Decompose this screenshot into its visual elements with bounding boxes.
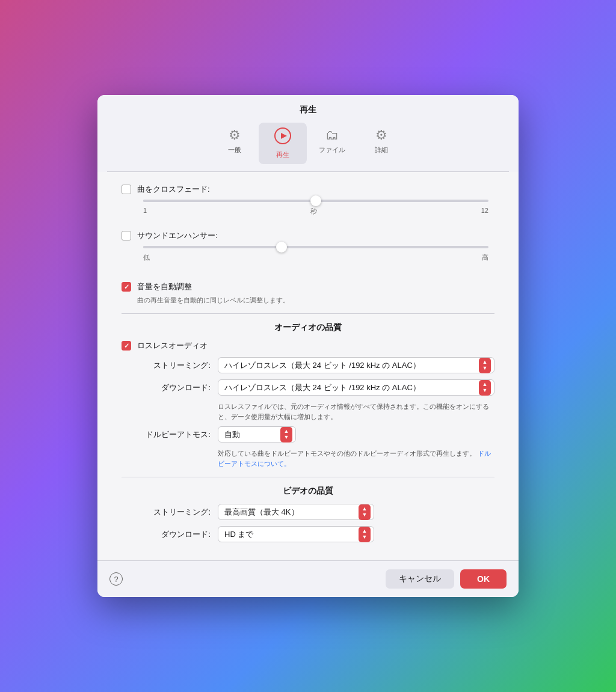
audio-streaming-label: ストリーミング: <box>122 360 218 371</box>
ok-button[interactable]: OK <box>460 569 507 589</box>
audio-download-label: ダウンロード: <box>122 382 218 393</box>
tab-playback-label: 再生 <box>276 150 289 159</box>
tab-files-label: ファイル <box>319 145 345 155</box>
lossless-checkbox[interactable] <box>122 341 131 351</box>
audio-divider <box>122 313 494 314</box>
dolby-stepper[interactable]: ▲ ▼ <box>280 427 292 442</box>
audio-download-stepper[interactable]: ▲ ▼ <box>479 380 491 396</box>
sound-enhancer-slider-track[interactable] <box>143 246 488 248</box>
video-streaming-row: ストリーミング: 最高画質（最大 4K） ▲ ▼ <box>122 504 494 520</box>
audio-download-select[interactable]: ハイレゾロスレス（最大 24 ビット /192 kHz の ALAC） <box>218 379 494 396</box>
video-dl-arrow-up: ▲ <box>362 528 368 534</box>
arrow-up-icon2: ▲ <box>482 382 488 387</box>
audio-download-select-wrapper: ハイレゾロスレス（最大 24 ビット /192 kHz の ALAC） ▲ ▼ <box>218 379 494 396</box>
video-quality-section: ビデオの品質 ストリーミング: 最高画質（最大 4K） ▲ ▼ ダウンロード: <box>122 486 494 542</box>
video-download-stepper[interactable]: ▲ ▼ <box>359 527 371 542</box>
sound-enhancer-slider-wrap: 低 高 <box>143 246 488 272</box>
dialog-footer: ? キャンセル OK <box>97 560 519 597</box>
svg-marker-1 <box>281 133 287 139</box>
video-download-select-wrapper: HD まで ▲ ▼ <box>218 526 374 542</box>
dolby-label: ドルビーアトモス: <box>122 429 218 440</box>
sound-enhancer-slider-thumb[interactable] <box>276 242 287 253</box>
audio-streaming-row: ストリーミング: ハイレゾロスレス（最大 24 ビット /192 kHz の A… <box>122 357 494 373</box>
dolby-row: ドルビーアトモス: 自動 ▲ ▼ <box>122 426 494 442</box>
crossfade-checkbox[interactable] <box>122 185 131 194</box>
content-area: 曲をクロスフェード: 1 秒 12 <box>97 172 519 560</box>
audio-streaming-select[interactable]: ハイレゾロスレス（最大 24 ビット /192 kHz の ALAC） <box>218 357 494 373</box>
dolby-select-wrapper: 自動 ▲ ▼ <box>218 426 296 442</box>
sound-enhancer-slider-labels: 低 高 <box>143 253 488 262</box>
tab-advanced-label: 詳細 <box>375 145 388 155</box>
tab-advanced[interactable]: ⚙︎ 詳細 <box>357 123 405 164</box>
crossfade-row: 曲をクロスフェード: <box>122 184 494 195</box>
video-streaming-stepper[interactable]: ▲ ▼ <box>359 504 371 520</box>
play-icon <box>274 127 291 148</box>
auto-volume-section: 音量を自動調整 曲の再生音量を自動的に同じレベルに調整します。 <box>122 279 494 305</box>
arrow-down-icon2: ▼ <box>482 388 488 393</box>
cancel-button[interactable]: キャンセル <box>386 569 454 589</box>
video-dl-arrow-down: ▼ <box>362 534 368 540</box>
video-divider <box>122 477 494 477</box>
tabs-container: ⚙ 一般 再生 🗂 ファイル ⚙︎ 詳細 <box>97 120 519 171</box>
audio-quality-section: オーディオの品質 ロスレスオーディオ ストリーミング: ハイレゾロスレス（最大 … <box>122 322 494 468</box>
video-streaming-label: ストリーミング: <box>122 507 218 518</box>
lossless-label: ロスレスオーディオ <box>137 340 208 351</box>
sound-enhancer-slider-fill <box>143 246 282 248</box>
video-streaming-select[interactable]: 最高画質（最大 4K） <box>218 504 374 520</box>
auto-volume-label: 音量を自動調整 <box>137 281 192 292</box>
video-download-label: ダウンロード: <box>122 529 218 540</box>
sound-enhancer-slider-container: 低 高 <box>137 246 494 272</box>
folder-icon: 🗂 <box>325 127 339 143</box>
crossfade-min-label: 1 <box>143 207 147 216</box>
arrow-up-icon: ▲ <box>482 360 488 365</box>
video-quality-title: ビデオの品質 <box>122 486 494 497</box>
sound-enhancer-checkbox[interactable] <box>122 231 131 240</box>
auto-volume-row: 音量を自動調整 <box>122 281 494 292</box>
tab-general[interactable]: ⚙ 一般 <box>211 123 259 164</box>
audio-quality-title: オーディオの品質 <box>122 322 494 333</box>
tab-files[interactable]: 🗂 ファイル <box>307 123 357 164</box>
crossfade-max-label: 12 <box>481 207 488 216</box>
detail-gear-icon: ⚙︎ <box>375 127 387 143</box>
crossfade-label: 曲をクロスフェード: <box>137 184 210 195</box>
dolby-description: 対応している曲をドルビーアトモスやその他のドルビーオーディオ形式で再生します。 … <box>218 449 494 468</box>
dolby-arrow-up-icon: ▲ <box>284 429 289 434</box>
video-stream-arrow-up: ▲ <box>362 506 368 512</box>
audio-streaming-select-wrapper: ハイレゾロスレス（最大 24 ビット /192 kHz の ALAC） ▲ ▼ <box>218 357 494 373</box>
lossless-row: ロスレスオーディオ <box>122 340 494 351</box>
video-download-select[interactable]: HD まで <box>218 526 374 542</box>
tab-playback[interactable]: 再生 <box>259 123 307 164</box>
footer-buttons: キャンセル OK <box>386 569 507 589</box>
crossfade-slider-thumb[interactable] <box>310 195 321 206</box>
video-streaming-select-wrapper: 最高画質（最大 4K） ▲ ▼ <box>218 504 374 520</box>
crossfade-slider-track[interactable] <box>143 200 488 202</box>
lossless-description: ロスレスファイルでは、元のオーディオ情報がすべて保持されます。この機能をオンにす… <box>218 402 494 421</box>
gear-icon: ⚙ <box>229 127 241 143</box>
dialog-title: 再生 <box>97 95 519 120</box>
audio-streaming-stepper[interactable]: ▲ ▼ <box>479 358 491 373</box>
settings-dialog: 再生 ⚙ 一般 再生 🗂 ファイル ⚙︎ 詳細 <box>97 95 519 597</box>
sound-enhancer-high-label: 高 <box>482 253 488 262</box>
arrow-down-icon: ▼ <box>482 366 488 371</box>
crossfade-mid-label: 秒 <box>310 207 317 216</box>
crossfade-slider-labels: 1 秒 12 <box>143 207 488 216</box>
crossfade-section: 曲をクロスフェード: 1 秒 12 <box>122 184 494 225</box>
help-button[interactable]: ? <box>109 572 123 586</box>
video-download-row: ダウンロード: HD まで ▲ ▼ <box>122 526 494 542</box>
crossfade-slider-container: 1 秒 12 <box>137 200 494 225</box>
sound-enhancer-label: サウンドエンハンサー: <box>137 230 218 241</box>
sound-enhancer-row: サウンドエンハンサー: <box>122 230 494 241</box>
crossfade-slider-wrap: 1 秒 12 <box>143 200 488 225</box>
video-stream-arrow-down: ▼ <box>362 512 368 518</box>
crossfade-slider-fill <box>143 200 316 202</box>
sound-enhancer-section: サウンドエンハンサー: 低 高 <box>122 230 494 272</box>
dolby-arrow-down-icon: ▼ <box>284 435 289 440</box>
audio-download-row: ダウンロード: ハイレゾロスレス（最大 24 ビット /192 kHz の AL… <box>122 379 494 396</box>
auto-volume-checkbox[interactable] <box>122 282 131 292</box>
tab-general-label: 一般 <box>228 145 241 155</box>
sound-enhancer-low-label: 低 <box>143 253 150 262</box>
auto-volume-description: 曲の再生音量を自動的に同じレベルに調整します。 <box>137 296 494 305</box>
